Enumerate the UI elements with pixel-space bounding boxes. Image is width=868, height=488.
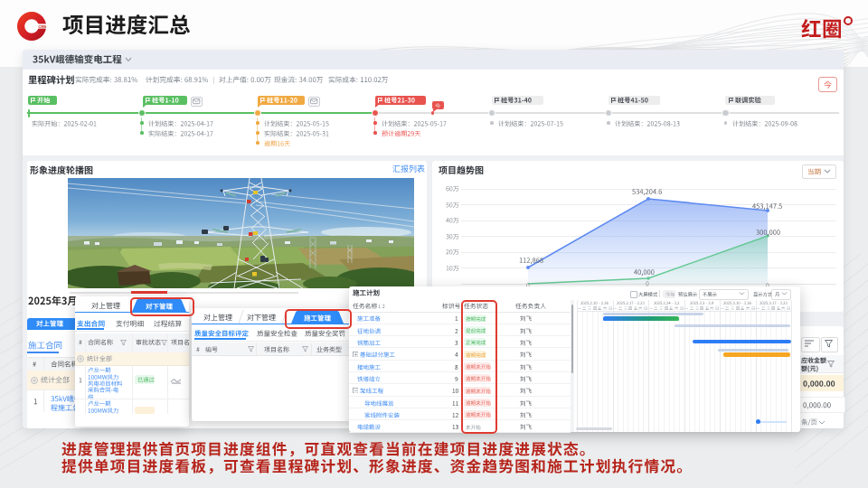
svg-text:CRM: CRM	[38, 24, 46, 29]
